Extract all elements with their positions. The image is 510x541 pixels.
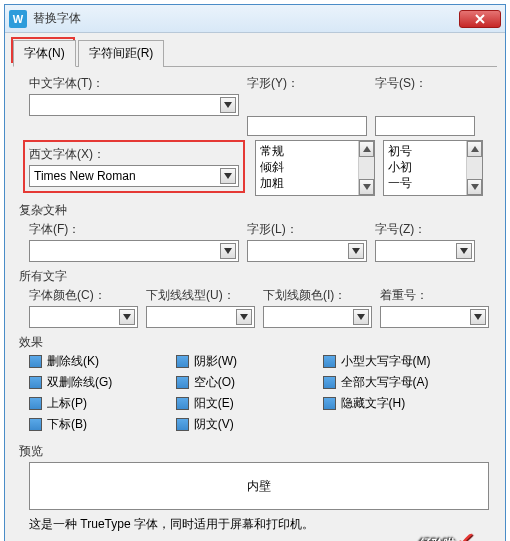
titlebar: W 替换字体 [5,5,505,33]
chevron-down-icon[interactable] [220,97,236,113]
label-font2: 字体(F)： [29,221,239,238]
list-item[interactable]: 加粗 [260,175,354,191]
listbox-style[interactable]: 常规 倾斜 加粗 [255,140,375,196]
tab-strip: 字体(N) 字符间距(R) [13,39,497,67]
section-complex: 复杂文种 [19,202,489,219]
label-underline-color: 下划线颜色(I)： [263,287,372,304]
label-engrave: 阴文(V) [194,416,234,433]
label-hidden: 隐藏文字(H) [341,395,406,412]
list-item[interactable]: 初号 [388,143,462,159]
app-icon: W [9,10,27,28]
label-super: 上标(P) [47,395,87,412]
section-effects: 效果 [19,334,489,351]
combo-font2[interactable] [29,240,239,262]
scroll-down-icon[interactable] [467,179,482,195]
label-size: 字号(S)： [375,75,475,92]
label-style: 字形(Y)： [247,75,367,92]
label-allcaps: 全部大写字母(A) [341,374,429,391]
checkbox-shadow[interactable] [176,355,189,368]
combo-emphasis[interactable] [380,306,489,328]
checkbox-allcaps[interactable] [323,376,336,389]
checkbox-emboss[interactable] [176,397,189,410]
section-all-text: 所有文字 [19,268,489,285]
list-item[interactable]: 常规 [260,143,354,159]
label-font-color: 字体颜色(C)： [29,287,138,304]
font-description: 这是一种 TrueType 字体，同时适用于屏幕和打印机。 [29,516,489,533]
input-size[interactable] [375,116,475,136]
chevron-down-icon[interactable] [220,168,236,184]
list-item[interactable]: 小初 [388,159,462,175]
label-cjk-font: 中文字体(T)： [29,75,239,92]
checkbox-smallcaps[interactable] [323,355,336,368]
scrollbar[interactable] [358,141,374,195]
checkbox-strike[interactable] [29,355,42,368]
label-dstrike: 双删除线(G) [47,374,112,391]
tab-spacing[interactable]: 字符间距(R) [78,40,165,67]
checkbox-hidden[interactable] [323,397,336,410]
preview-box: 内壁 [29,462,489,510]
preview-text: 内壁 [247,478,271,495]
chevron-down-icon[interactable] [353,309,369,325]
label-western-font: 西文字体(X)： [29,146,239,163]
label-emboss: 阳文(E) [194,395,234,412]
label-size2: 字号(Z)： [375,221,475,238]
label-sub: 下标(B) [47,416,87,433]
scroll-up-icon[interactable] [359,141,374,157]
checkbox-super[interactable] [29,397,42,410]
chevron-down-icon[interactable] [119,309,135,325]
input-style[interactable] [247,116,367,136]
combo-underline-type[interactable] [146,306,255,328]
combo-size2[interactable] [375,240,475,262]
label-style2: 字形(L)： [247,221,367,238]
highlight-western-font: 西文字体(X)： Times New Roman [23,140,245,193]
combo-font-color[interactable] [29,306,138,328]
checkbox-dstrike[interactable] [29,376,42,389]
scrollbar[interactable] [466,141,482,195]
checkbox-engrave[interactable] [176,418,189,431]
combo-style2[interactable] [247,240,367,262]
label-shadow: 阴影(W) [194,353,237,370]
chevron-down-icon[interactable] [456,243,472,259]
listbox-size[interactable]: 初号 小初 一号 [383,140,483,196]
label-strike: 删除线(K) [47,353,99,370]
combo-western-font[interactable]: Times New Roman [29,165,239,187]
chevron-down-icon[interactable] [470,309,486,325]
chevron-down-icon[interactable] [220,243,236,259]
label-smallcaps: 小型大写字母(M) [341,353,431,370]
scroll-down-icon[interactable] [359,179,374,195]
label-underline-type: 下划线线型(U)： [146,287,255,304]
combo-western-font-value: Times New Roman [34,169,136,183]
scroll-up-icon[interactable] [467,141,482,157]
list-item[interactable]: 倾斜 [260,159,354,175]
combo-underline-color[interactable] [263,306,372,328]
label-emphasis: 着重号： [380,287,489,304]
list-item[interactable]: 一号 [388,175,462,191]
label-outline: 空心(O) [194,374,235,391]
dialog-window: W 替换字体 字体(N) 字符间距(R) 中文字体(T)： [4,4,506,541]
checkbox-outline[interactable] [176,376,189,389]
close-button[interactable] [459,10,501,28]
combo-cjk-font[interactable] [29,94,239,116]
window-title: 替换字体 [33,10,459,27]
chevron-down-icon[interactable] [236,309,252,325]
chevron-down-icon[interactable] [348,243,364,259]
tab-font[interactable]: 字体(N) [13,40,76,67]
section-preview: 预览 [19,443,489,460]
checkbox-sub[interactable] [29,418,42,431]
